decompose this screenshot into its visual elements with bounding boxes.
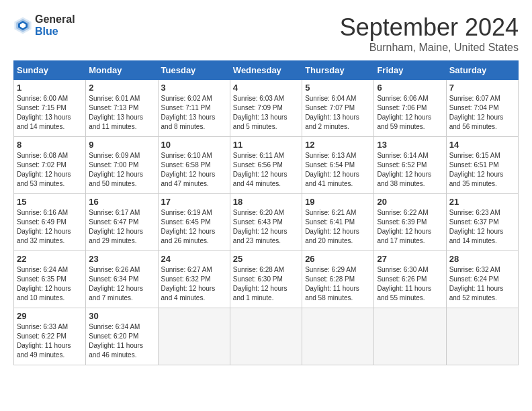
calendar-cell: 29Sunrise: 6:33 AMSunset: 6:22 PMDayligh…	[14, 308, 86, 365]
calendar-cell	[374, 308, 446, 365]
day-number: 1	[17, 83, 83, 93]
calendar-cell: 8Sunrise: 6:08 AMSunset: 7:02 PMDaylight…	[14, 137, 86, 194]
calendar-cell: 13Sunrise: 6:14 AMSunset: 6:52 PMDayligh…	[374, 137, 446, 194]
weekday-header-friday: Friday	[374, 61, 446, 80]
day-number: 19	[305, 197, 371, 207]
day-number: 22	[17, 254, 83, 264]
day-number: 18	[233, 197, 299, 207]
calendar-cell: 24Sunrise: 6:27 AMSunset: 6:32 PMDayligh…	[158, 251, 230, 308]
calendar-cell: 25Sunrise: 6:28 AMSunset: 6:30 PMDayligh…	[230, 251, 302, 308]
calendar-cell: 10Sunrise: 6:10 AMSunset: 6:58 PMDayligh…	[158, 137, 230, 194]
calendar-week-5: 29Sunrise: 6:33 AMSunset: 6:22 PMDayligh…	[14, 308, 519, 365]
calendar-week-3: 15Sunrise: 6:16 AMSunset: 6:49 PMDayligh…	[14, 194, 519, 251]
calendar-cell	[158, 308, 230, 365]
calendar-cell: 18Sunrise: 6:20 AMSunset: 6:43 PMDayligh…	[230, 194, 302, 251]
calendar-cell: 4Sunrise: 6:03 AMSunset: 7:09 PMDaylight…	[230, 80, 302, 137]
day-number: 24	[161, 254, 227, 264]
day-number: 6	[377, 83, 443, 93]
day-number: 20	[377, 197, 443, 207]
day-info: Sunrise: 6:29 AMSunset: 6:28 PMDaylight:…	[305, 265, 371, 303]
day-info: Sunrise: 6:27 AMSunset: 6:32 PMDaylight:…	[161, 265, 227, 303]
day-number: 13	[377, 140, 443, 150]
calendar-cell: 2Sunrise: 6:01 AMSunset: 7:13 PMDaylight…	[86, 80, 158, 137]
calendar-cell: 12Sunrise: 6:13 AMSunset: 6:54 PMDayligh…	[302, 137, 374, 194]
month-title: September 2024	[340, 13, 519, 42]
day-number: 8	[17, 140, 83, 150]
calendar-week-2: 8Sunrise: 6:08 AMSunset: 7:02 PMDaylight…	[14, 137, 519, 194]
day-number: 21	[449, 197, 515, 207]
calendar-cell: 15Sunrise: 6:16 AMSunset: 6:49 PMDayligh…	[14, 194, 86, 251]
calendar-cell	[230, 308, 302, 365]
day-info: Sunrise: 6:08 AMSunset: 7:02 PMDaylight:…	[17, 151, 83, 189]
day-info: Sunrise: 6:24 AMSunset: 6:35 PMDaylight:…	[17, 265, 83, 303]
calendar-cell: 19Sunrise: 6:21 AMSunset: 6:41 PMDayligh…	[302, 194, 374, 251]
calendar-cell: 11Sunrise: 6:11 AMSunset: 6:56 PMDayligh…	[230, 137, 302, 194]
location: Burnham, Maine, United States	[340, 42, 519, 54]
day-number: 5	[305, 83, 371, 93]
day-info: Sunrise: 6:10 AMSunset: 6:58 PMDaylight:…	[161, 151, 227, 189]
day-info: Sunrise: 6:28 AMSunset: 6:30 PMDaylight:…	[233, 265, 299, 303]
day-number: 7	[449, 83, 515, 93]
day-info: Sunrise: 6:33 AMSunset: 6:22 PMDaylight:…	[17, 322, 83, 360]
calendar-cell: 26Sunrise: 6:29 AMSunset: 6:28 PMDayligh…	[302, 251, 374, 308]
calendar-cell: 9Sunrise: 6:09 AMSunset: 7:00 PMDaylight…	[86, 137, 158, 194]
day-info: Sunrise: 6:17 AMSunset: 6:47 PMDaylight:…	[89, 208, 154, 246]
day-info: Sunrise: 6:11 AMSunset: 6:56 PMDaylight:…	[233, 151, 299, 189]
calendar-cell: 1Sunrise: 6:00 AMSunset: 7:15 PMDaylight…	[14, 80, 86, 137]
day-number: 28	[449, 254, 515, 264]
weekday-header-wednesday: Wednesday	[230, 61, 302, 80]
calendar-cell	[446, 308, 518, 365]
day-info: Sunrise: 6:26 AMSunset: 6:34 PMDaylight:…	[89, 265, 154, 303]
day-number: 25	[233, 254, 299, 264]
calendar-cell: 21Sunrise: 6:23 AMSunset: 6:37 PMDayligh…	[446, 194, 518, 251]
day-info: Sunrise: 6:14 AMSunset: 6:52 PMDaylight:…	[377, 151, 443, 189]
calendar-cell: 27Sunrise: 6:30 AMSunset: 6:26 PMDayligh…	[374, 251, 446, 308]
calendar-cell: 3Sunrise: 6:02 AMSunset: 7:11 PMDaylight…	[158, 80, 230, 137]
header: General Blue September 2024 Burnham, Mai…	[13, 13, 519, 54]
weekday-header-thursday: Thursday	[302, 61, 374, 80]
logo-blue-text: Blue	[35, 26, 75, 38]
weekday-header-saturday: Saturday	[446, 61, 518, 80]
day-info: Sunrise: 6:20 AMSunset: 6:43 PMDaylight:…	[233, 208, 299, 246]
calendar-cell: 14Sunrise: 6:15 AMSunset: 6:51 PMDayligh…	[446, 137, 518, 194]
day-info: Sunrise: 6:32 AMSunset: 6:24 PMDaylight:…	[449, 265, 515, 303]
day-number: 10	[161, 140, 227, 150]
logo-icon	[13, 16, 32, 35]
day-number: 23	[89, 254, 154, 264]
day-info: Sunrise: 6:00 AMSunset: 7:15 PMDaylight:…	[17, 94, 83, 132]
day-info: Sunrise: 6:34 AMSunset: 6:20 PMDaylight:…	[89, 322, 154, 360]
calendar-cell: 20Sunrise: 6:22 AMSunset: 6:39 PMDayligh…	[374, 194, 446, 251]
logo-general-text: General	[35, 13, 75, 26]
day-info: Sunrise: 6:09 AMSunset: 7:00 PMDaylight:…	[89, 151, 154, 189]
calendar-cell: 5Sunrise: 6:04 AMSunset: 7:07 PMDaylight…	[302, 80, 374, 137]
logo-text: General Blue	[35, 13, 75, 37]
day-number: 3	[161, 83, 227, 93]
calendar-table: SundayMondayTuesdayWednesdayThursdayFrid…	[13, 60, 519, 365]
day-number: 27	[377, 254, 443, 264]
day-number: 26	[305, 254, 371, 264]
calendar-cell: 17Sunrise: 6:19 AMSunset: 6:45 PMDayligh…	[158, 194, 230, 251]
day-info: Sunrise: 6:02 AMSunset: 7:11 PMDaylight:…	[161, 94, 227, 132]
day-info: Sunrise: 6:06 AMSunset: 7:06 PMDaylight:…	[377, 94, 443, 132]
day-number: 2	[89, 83, 154, 93]
weekday-header-sunday: Sunday	[14, 61, 86, 80]
calendar-week-1: 1Sunrise: 6:00 AMSunset: 7:15 PMDaylight…	[14, 80, 519, 137]
day-info: Sunrise: 6:07 AMSunset: 7:04 PMDaylight:…	[449, 94, 515, 132]
day-number: 4	[233, 83, 299, 93]
weekday-header-row: SundayMondayTuesdayWednesdayThursdayFrid…	[14, 61, 519, 80]
title-area: September 2024 Burnham, Maine, United St…	[340, 13, 519, 54]
day-number: 11	[233, 140, 299, 150]
calendar-cell	[302, 308, 374, 365]
day-number: 30	[89, 311, 154, 321]
day-info: Sunrise: 6:04 AMSunset: 7:07 PMDaylight:…	[305, 94, 371, 132]
day-info: Sunrise: 6:21 AMSunset: 6:41 PMDaylight:…	[305, 208, 371, 246]
calendar-cell: 6Sunrise: 6:06 AMSunset: 7:06 PMDaylight…	[374, 80, 446, 137]
day-number: 12	[305, 140, 371, 150]
calendar-cell: 7Sunrise: 6:07 AMSunset: 7:04 PMDaylight…	[446, 80, 518, 137]
calendar-cell: 30Sunrise: 6:34 AMSunset: 6:20 PMDayligh…	[86, 308, 158, 365]
day-info: Sunrise: 6:03 AMSunset: 7:09 PMDaylight:…	[233, 94, 299, 132]
day-number: 29	[17, 311, 83, 321]
calendar-cell: 23Sunrise: 6:26 AMSunset: 6:34 PMDayligh…	[86, 251, 158, 308]
day-info: Sunrise: 6:23 AMSunset: 6:37 PMDaylight:…	[449, 208, 515, 246]
day-info: Sunrise: 6:30 AMSunset: 6:26 PMDaylight:…	[377, 265, 443, 303]
